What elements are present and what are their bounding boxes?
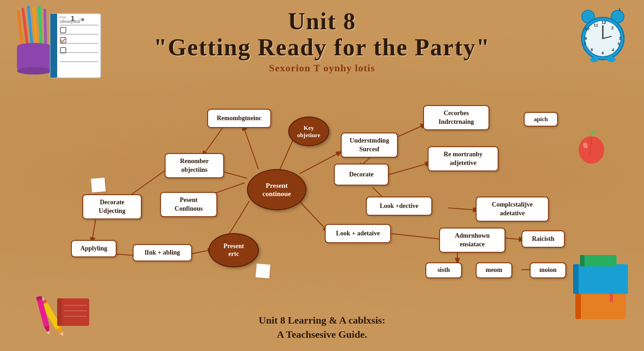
svg-text:Ubusnjotos: Ubusnjotos [59, 19, 80, 24]
svg-line-75 [91, 217, 96, 245]
svg-line-1 [28, 7, 32, 46]
svg-rect-10 [50, 14, 57, 78]
svg-line-70 [242, 123, 258, 169]
svg-rect-45 [575, 292, 626, 319]
alarm-clock-decoration: 12 1 3 6 9 2 10 11 4 8 7 5 [575, 5, 630, 64]
node-look-dective: Look +dective [366, 197, 432, 216]
svg-line-82 [373, 187, 389, 203]
svg-line-79 [386, 123, 428, 142]
svg-rect-61 [57, 298, 89, 326]
books-decoration [571, 250, 630, 324]
svg-point-41 [590, 57, 598, 62]
node-present-continuous: Present continoue [247, 169, 306, 210]
svg-line-76 [110, 254, 142, 256]
node-remembgtneinc: Remombgtneinc [207, 109, 271, 128]
svg-text:4: 4 [612, 48, 614, 52]
svg-line-74 [119, 168, 168, 203]
svg-text:2: 2 [611, 26, 613, 30]
svg-text:ema.: ema. [59, 15, 67, 19]
svg-text:8: 8 [590, 48, 593, 52]
svg-line-68 [192, 183, 245, 201]
svg-text:12: 12 [601, 20, 606, 25]
svg-text:10: 10 [585, 27, 589, 31]
svg-line-78 [201, 126, 224, 158]
node-apitch: apich [524, 112, 558, 127]
node-applying: Applyling [71, 240, 117, 257]
node-raicisth: Raicisth [521, 230, 565, 248]
svg-text:1: 1 [618, 7, 621, 12]
svg-text:6: 6 [601, 51, 604, 55]
svg-text:7: 7 [584, 42, 586, 46]
svg-line-0 [23, 9, 27, 46]
svg-line-67 [197, 165, 247, 178]
node-complcstalijve: Complcstalijve adetative [476, 197, 549, 222]
svg-line-71 [279, 130, 297, 171]
node-present-etc: Present ertc [209, 233, 259, 267]
svg-rect-62 [57, 298, 62, 326]
node-cecorbes: Cecorbes Indrctrnaing [423, 105, 489, 130]
paper-note-2 [256, 264, 271, 279]
svg-text:□▣: □▣ [79, 17, 85, 21]
notebook-decoration: Ubusnjotos ema. 1 □▣ [46, 9, 105, 82]
svg-rect-47 [573, 264, 628, 294]
svg-rect-46 [575, 292, 581, 319]
node-remember-objectives: Renomber objectiins [165, 153, 224, 178]
svg-line-80 [357, 155, 373, 169]
svg-text:1: 1 [71, 15, 75, 22]
svg-line-85 [501, 238, 526, 240]
node-moion: moion [530, 262, 566, 278]
svg-text:5: 5 [617, 42, 620, 46]
svg-rect-48 [573, 264, 579, 294]
node-decorate: Decorate [334, 164, 389, 186]
svg-line-72 [300, 151, 343, 174]
node-look-abling: lInk + abling [133, 244, 192, 261]
svg-line-83 [448, 208, 480, 210]
svg-point-42 [607, 57, 615, 62]
svg-line-73 [295, 197, 329, 233]
node-key-objective: Key objetiure [288, 117, 329, 146]
apple-decoration [575, 128, 607, 165]
node-sisth: sisth [425, 262, 462, 278]
svg-line-69 [224, 201, 249, 242]
svg-rect-51 [580, 255, 585, 266]
node-admrnhown: Admrnhown ensiatace [439, 228, 505, 253]
node-present-continuous2: Pesent Confinous [160, 192, 217, 217]
node-decorate-udjecting: Decorate Udjecting [82, 194, 142, 219]
paper-note-1 [91, 178, 106, 193]
node-re-mortranby: Re mortranby adjetetive [428, 146, 499, 171]
bottom-text: Unit 8 Learring & A cablxsis: A Teachses… [259, 314, 386, 342]
svg-line-5 [18, 11, 22, 46]
svg-line-81 [384, 162, 432, 176]
node-look-adetaive: Look + adetaive [325, 224, 391, 243]
svg-text:3: 3 [619, 36, 621, 41]
svg-line-84 [386, 233, 448, 240]
red-notebook-decoration [55, 296, 91, 328]
svg-line-2 [34, 8, 37, 46]
svg-text:11: 11 [594, 23, 598, 27]
node-meom: meom [476, 262, 512, 278]
svg-rect-50 [580, 255, 617, 266]
svg-marker-58 [44, 325, 52, 335]
svg-line-3 [39, 7, 41, 46]
node-understanding: Understmding Surcesf [341, 133, 398, 158]
svg-text:9: 9 [585, 36, 587, 41]
svg-line-77 [192, 249, 215, 254]
